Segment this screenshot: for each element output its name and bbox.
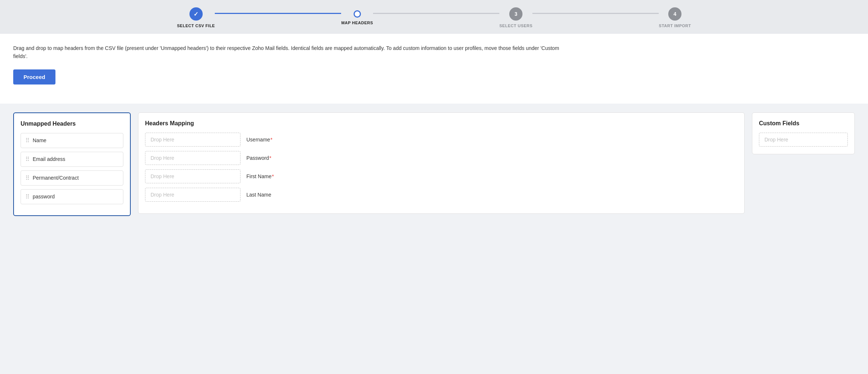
unmapped-panel-title: Unmapped Headers [21,121,123,127]
step-select-users: 3 SELECT USERS [499,7,532,28]
field-label-lastname: Last Name [246,192,290,198]
stepper: ✓ SELECT CSV FILE MAP HEADERS 3 SELECT U… [177,7,691,28]
proceed-button[interactable]: Proceed [13,69,55,84]
mapping-row-username: Drop Here Username* [145,133,738,147]
step-circle-2 [354,10,361,18]
unmapped-item-contract-label: Permanent/Contract [33,175,79,181]
headers-mapping-panel: Headers Mapping Drop Here Username* Drop… [138,112,745,214]
field-label-password: Password* [246,155,290,161]
drop-zone-firstname[interactable]: Drop Here [145,169,240,183]
drop-zone-username[interactable]: Drop Here [145,133,240,147]
step-start-import: 4 START IMPORT [659,7,691,28]
main-content: Drag and drop to map headers from the CS… [0,34,868,104]
unmapped-item-name[interactable]: ⠿ Name [21,133,123,148]
mapping-panel-title: Headers Mapping [145,120,738,127]
connector-2-3 [373,13,499,14]
checkmark-icon: ✓ [194,11,198,18]
step-select-csv: ✓ SELECT CSV FILE [177,7,215,28]
connector-3-4 [532,13,659,14]
unmapped-item-email[interactable]: ⠿ Email address [21,152,123,167]
step-label-1: SELECT CSV FILE [177,24,215,28]
connector-1-2 [215,13,341,14]
stepper-wrapper: ✓ SELECT CSV FILE MAP HEADERS 3 SELECT U… [0,0,868,34]
mapping-row-lastname: Drop Here Last Name [145,188,738,202]
drag-handle-contract: ⠿ [25,175,29,181]
unmapped-item-password-label: password [33,194,55,199]
drag-handle-name: ⠿ [25,137,29,144]
drag-handle-email: ⠿ [25,156,29,163]
step-label-3: SELECT USERS [499,24,532,28]
required-star-username: * [271,137,272,143]
step-circle-1: ✓ [189,7,203,21]
mapping-row-password: Drop Here Password* [145,151,738,165]
mapping-row-firstname: Drop Here First Name* [145,169,738,183]
custom-drop-zone[interactable]: Drop Here [759,133,848,147]
step-map-headers: MAP HEADERS [341,10,373,25]
step-circle-3: 3 [509,7,522,21]
custom-panel-title: Custom Fields [759,120,848,127]
description-text: Drag and drop to map headers from the CS… [13,44,564,61]
unmapped-item-password[interactable]: ⠿ password [21,189,123,204]
drag-handle-password: ⠿ [25,193,29,200]
step-label-4: START IMPORT [659,24,691,28]
field-label-firstname: First Name* [246,173,290,179]
panels-area: Unmapped Headers ⠿ Name ⠿ Email address … [0,104,868,227]
step-label-2: MAP HEADERS [341,21,373,25]
unmapped-item-name-label: Name [33,137,46,143]
step-circle-4: 4 [668,7,681,21]
unmapped-headers-panel: Unmapped Headers ⠿ Name ⠿ Email address … [13,112,131,216]
required-star-firstname: * [272,173,274,179]
field-label-username: Username* [246,137,290,143]
unmapped-item-contract[interactable]: ⠿ Permanent/Contract [21,170,123,186]
required-star-password: * [269,155,271,161]
drop-zone-lastname[interactable]: Drop Here [145,188,240,202]
unmapped-item-email-label: Email address [33,156,65,162]
custom-fields-panel: Custom Fields Drop Here [752,112,855,154]
drop-zone-password[interactable]: Drop Here [145,151,240,165]
